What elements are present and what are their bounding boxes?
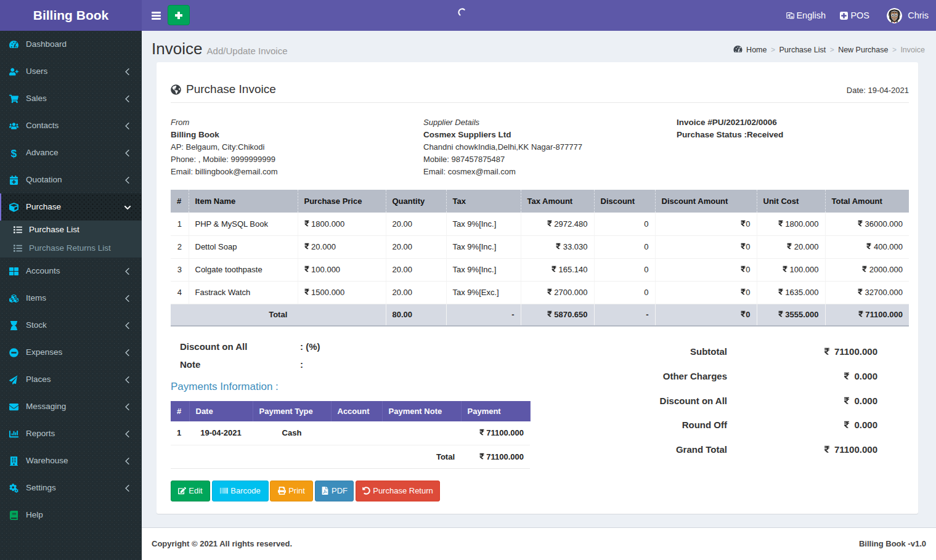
svg-text:A: A (787, 14, 790, 17)
